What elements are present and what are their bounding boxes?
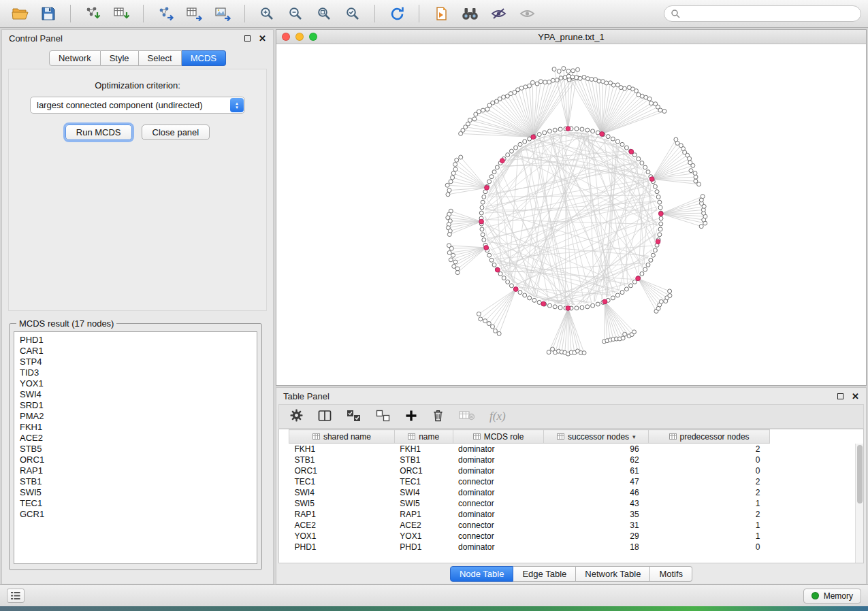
table-scrollbar[interactable] bbox=[855, 444, 863, 563]
column-header[interactable]: successor nodes ▾ bbox=[544, 430, 649, 444]
close-panel-icon[interactable]: ✕ bbox=[852, 392, 859, 401]
export-image-button[interactable] bbox=[210, 3, 236, 24]
control-panel-tab[interactable]: Style bbox=[101, 50, 139, 66]
control-panel-header: Control Panel ✕ bbox=[2, 30, 273, 46]
table-tab[interactable]: Network Table bbox=[576, 566, 650, 582]
table-tab[interactable]: Node Table bbox=[450, 566, 514, 582]
zoom-selected-button[interactable] bbox=[340, 3, 366, 24]
mcds-result-item[interactable]: TID3 bbox=[20, 367, 251, 378]
table-row[interactable]: YOX1 YOX1 connector 29 1 bbox=[289, 531, 770, 542]
memory-button[interactable]: Memory bbox=[803, 589, 861, 604]
cell-shared-name: RAP1 bbox=[289, 509, 395, 520]
import-table-button[interactable] bbox=[108, 3, 134, 24]
column-header[interactable]: shared name ▾ bbox=[289, 430, 395, 444]
column-header[interactable]: name ▾ bbox=[394, 430, 453, 444]
task-history-button[interactable] bbox=[7, 589, 25, 603]
network-canvas[interactable] bbox=[276, 44, 866, 385]
mcds-result-item[interactable]: STP4 bbox=[20, 357, 251, 367]
open-file-button[interactable] bbox=[7, 3, 33, 24]
column-header[interactable]: MCDS role ▾ bbox=[453, 430, 544, 444]
zoom-fit-button[interactable] bbox=[311, 3, 337, 24]
menu-list-icon bbox=[11, 592, 20, 599]
mcds-result-item[interactable]: RAP1 bbox=[20, 465, 251, 476]
mcds-result-item[interactable]: PMA2 bbox=[20, 411, 251, 422]
cell-mcds-role: connector bbox=[453, 531, 544, 542]
mcds-result-item[interactable]: GCR1 bbox=[20, 509, 251, 520]
cell-shared-name: ORC1 bbox=[289, 465, 395, 476]
function-builder-button[interactable]: f(x) bbox=[489, 410, 506, 423]
cell-predecessor-nodes: 2 bbox=[649, 509, 770, 520]
show-hidden-button[interactable] bbox=[514, 3, 540, 24]
deselect-all-button[interactable] bbox=[376, 410, 390, 424]
table-row[interactable]: ACE2 ACE2 connector 31 1 bbox=[289, 520, 770, 531]
float-panel-icon[interactable] bbox=[244, 35, 251, 42]
mcds-result-item[interactable]: SWI4 bbox=[20, 389, 251, 400]
column-type-icon bbox=[557, 433, 564, 440]
save-session-button[interactable] bbox=[35, 3, 61, 24]
delete-row-button[interactable] bbox=[432, 409, 444, 424]
mcds-result-item[interactable]: STB5 bbox=[20, 444, 251, 455]
table-row[interactable]: SWI4 SWI4 dominator 46 2 bbox=[289, 487, 770, 498]
column-header[interactable]: predecessor nodes ▾ bbox=[649, 430, 770, 444]
table-tab[interactable]: Edge Table bbox=[513, 566, 576, 582]
scrollbar-thumb[interactable] bbox=[857, 445, 863, 503]
show-columns-button[interactable] bbox=[318, 410, 332, 424]
clone-network-button[interactable] bbox=[428, 3, 454, 24]
add-row-button[interactable] bbox=[405, 410, 417, 424]
cell-successor-nodes: 62 bbox=[544, 455, 649, 465]
mcds-result-item[interactable]: PHD1 bbox=[20, 335, 251, 346]
mcds-result-item[interactable]: FKH1 bbox=[20, 422, 251, 433]
import-network-button[interactable] bbox=[80, 3, 106, 24]
column-header-label: name bbox=[419, 432, 439, 442]
minimize-window-icon[interactable] bbox=[295, 33, 304, 41]
mcds-result-item[interactable]: ORC1 bbox=[20, 455, 251, 465]
cell-shared-name: TEC1 bbox=[289, 476, 395, 487]
refresh-view-button[interactable] bbox=[384, 3, 410, 24]
criterion-dropdown[interactable]: largest connected component (undirected)… bbox=[30, 97, 245, 114]
control-panel-tab[interactable]: MCDS bbox=[182, 50, 226, 66]
network-titlebar[interactable]: YPA_prune.txt_1 bbox=[276, 30, 866, 44]
table-row[interactable]: TEC1 TEC1 connector 47 2 bbox=[289, 476, 770, 487]
export-table-icon bbox=[186, 6, 203, 21]
control-panel-tab[interactable]: Select bbox=[139, 50, 182, 66]
table-row[interactable]: ORC1 ORC1 dominator 61 0 bbox=[289, 465, 770, 476]
select-all-button[interactable] bbox=[347, 410, 361, 424]
mcds-result-item[interactable]: STB1 bbox=[20, 476, 251, 487]
table-row[interactable]: SWI5 SWI5 connector 43 1 bbox=[289, 498, 770, 509]
column-header-label: shared name bbox=[323, 432, 371, 442]
gear-icon bbox=[290, 409, 303, 422]
mcds-result-item[interactable]: YOX1 bbox=[20, 378, 251, 389]
close-panel-icon[interactable]: ✕ bbox=[259, 34, 266, 43]
close-panel-button[interactable]: Close panel bbox=[142, 125, 210, 140]
table-row[interactable]: FKH1 FKH1 dominator 96 2 bbox=[289, 444, 770, 455]
run-mcds-button[interactable]: Run MCDS bbox=[65, 125, 132, 140]
table-tab[interactable]: Motifs bbox=[650, 566, 692, 582]
float-panel-icon[interactable] bbox=[837, 393, 843, 399]
cell-shared-name: SWI4 bbox=[289, 487, 395, 498]
hide-selected-button[interactable] bbox=[485, 3, 511, 24]
table-row[interactable]: STB1 STB1 dominator 62 0 bbox=[289, 455, 770, 465]
export-network-button[interactable] bbox=[152, 3, 178, 24]
zoom-in-button[interactable] bbox=[254, 3, 280, 24]
search-box[interactable] bbox=[664, 5, 861, 22]
network-graph[interactable] bbox=[276, 44, 866, 385]
export-table-button[interactable] bbox=[181, 3, 207, 24]
maximize-window-icon[interactable] bbox=[309, 33, 317, 41]
mcds-result-item[interactable]: TEC1 bbox=[20, 498, 251, 509]
cell-shared-name: YOX1 bbox=[289, 531, 395, 542]
table-settings-button[interactable] bbox=[290, 409, 303, 424]
control-panel-tab[interactable]: Network bbox=[49, 50, 101, 66]
criterion-value: largest connected component (undirected) bbox=[31, 100, 230, 110]
table-row[interactable]: RAP1 RAP1 dominator 35 2 bbox=[289, 509, 770, 520]
close-window-icon[interactable] bbox=[282, 33, 290, 41]
mcds-result-item[interactable]: ACE2 bbox=[20, 433, 251, 444]
find-button[interactable] bbox=[457, 3, 483, 24]
memory-status-icon bbox=[811, 592, 819, 599]
mcds-result-item[interactable]: CAR1 bbox=[20, 346, 251, 357]
zoom-out-button[interactable] bbox=[283, 3, 308, 24]
search-input[interactable] bbox=[684, 8, 854, 19]
mcds-result-item[interactable]: SWI5 bbox=[20, 487, 251, 498]
delete-table-button[interactable] bbox=[459, 410, 475, 423]
table-row[interactable]: PHD1 PHD1 dominator 18 0 bbox=[289, 542, 770, 552]
mcds-result-item[interactable]: SRD1 bbox=[20, 400, 251, 411]
